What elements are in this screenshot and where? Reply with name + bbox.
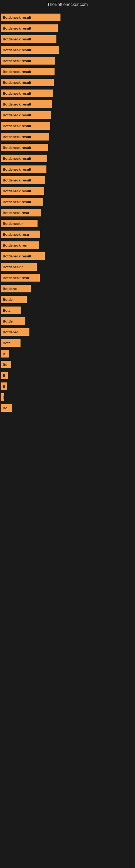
bottleneck-bar: Bottleneck result [1, 144, 48, 151]
bar-row: Bottleneck result [0, 99, 135, 110]
bottleneck-bar: B [1, 382, 7, 390]
bar-row: Bottleneck result [0, 12, 135, 23]
bottleneck-bar: Bottleneck result [1, 187, 44, 195]
bar-row: B [0, 381, 135, 392]
bottleneck-bar: Bottleneck r [1, 263, 37, 271]
bar-row: Bottleneck result [0, 142, 135, 153]
bar-row: Bo [0, 403, 135, 413]
site-title: TheBottlenecker.com [0, 0, 135, 9]
bar-row: Bottleneck result [0, 164, 135, 175]
bar-row: Bottleneck result [0, 153, 135, 164]
bottleneck-bar: Bottleneck resu [1, 230, 40, 238]
bottleneck-bar: Bottleneck result [1, 57, 55, 65]
bar-row: Bottleneck result [0, 77, 135, 88]
bar-row: B [0, 348, 135, 359]
bottleneck-bar: Bottleneck result [1, 165, 46, 173]
bottleneck-bar: Bottleneck r [1, 220, 38, 227]
bar-row: Bottleneck resu [0, 229, 135, 240]
bottleneck-bar: Bottleneck result [1, 68, 54, 75]
bar-row: Bottleneck result [0, 186, 135, 196]
bottleneck-bar: Bottleneck result [1, 122, 50, 130]
bottleneck-bar: Bottleneck resu [1, 274, 40, 282]
bar-row: Bottleneck result [0, 110, 135, 120]
bottleneck-bar: Bott [1, 307, 21, 314]
bottleneck-bar: Bottleneck res [1, 241, 39, 249]
bar-row: Bottleneck result [0, 44, 135, 55]
bottleneck-bar: Bottlenec [1, 328, 30, 336]
bottleneck-bar: Bottleneck result [1, 111, 51, 119]
bottleneck-bar: Bottleneck result [1, 35, 56, 43]
bottleneck-bar: Bottleneck result [1, 90, 53, 97]
bar-row: Bottleneck result [0, 88, 135, 99]
bottleneck-bar: Bottle [1, 317, 26, 325]
bottleneck-bar: Bo [1, 404, 12, 412]
bar-row: Bottlene [0, 283, 135, 294]
bar-row: Bottlenec [0, 327, 135, 337]
bottleneck-bar: Bottleneck result [1, 100, 52, 108]
bar-row: Bottleneck r [0, 261, 135, 272]
bottleneck-bar: Bottleneck result [1, 198, 43, 206]
bottleneck-bar: | [1, 393, 4, 401]
bottleneck-bar: Bottleneck result [1, 252, 45, 260]
bar-row: Bott [0, 305, 135, 316]
bottleneck-bar: Bottleneck result [1, 79, 54, 86]
bar-row: Bottleneck resu [0, 272, 135, 283]
bar-row: Bottleneck result [0, 251, 135, 261]
bottleneck-bar: Bottleneck result [1, 176, 45, 184]
bottleneck-bar: Bottleneck resu [1, 209, 41, 216]
bar-row: Bottleneck result [0, 55, 135, 66]
bar-row: Bottleneck result [0, 131, 135, 142]
bottleneck-bar: Bottlene [1, 285, 31, 292]
bar-row: Bottleneck result [0, 23, 135, 34]
bottleneck-bar: B [1, 372, 8, 379]
bar-row: Bottleneck result [0, 120, 135, 131]
bar-row: Bottleneck result [0, 196, 135, 207]
bar-row: Bottleneck result [0, 66, 135, 77]
bar-row: Bottle [0, 294, 135, 305]
bar-row: Bottle [0, 316, 135, 327]
bar-row: Bottleneck resu [0, 207, 135, 218]
bottleneck-bar: Bottle [1, 296, 27, 303]
bars-container: Bottleneck resultBottleneck resultBottle… [0, 9, 135, 416]
bottleneck-bar: Bott [1, 339, 20, 347]
bottleneck-bar: Bottleneck result [1, 46, 59, 54]
bottleneck-bar: Bo [1, 361, 11, 368]
bottleneck-bar: Bottleneck result [1, 133, 49, 141]
bottleneck-bar: Bottleneck result [1, 24, 58, 32]
bar-row: Bott [0, 337, 135, 348]
bar-row: Bottleneck result [0, 34, 135, 44]
bar-row: | [0, 392, 135, 403]
bar-row: Bottleneck result [0, 175, 135, 186]
bottleneck-bar: Bottleneck result [1, 155, 47, 162]
bar-row: Bo [0, 359, 135, 370]
bottleneck-bar: Bottleneck result [1, 13, 60, 21]
bar-row: Bottleneck r [0, 218, 135, 229]
bar-row: B [0, 370, 135, 381]
bar-row: Bottleneck res [0, 240, 135, 251]
bottleneck-bar: B [1, 350, 9, 358]
